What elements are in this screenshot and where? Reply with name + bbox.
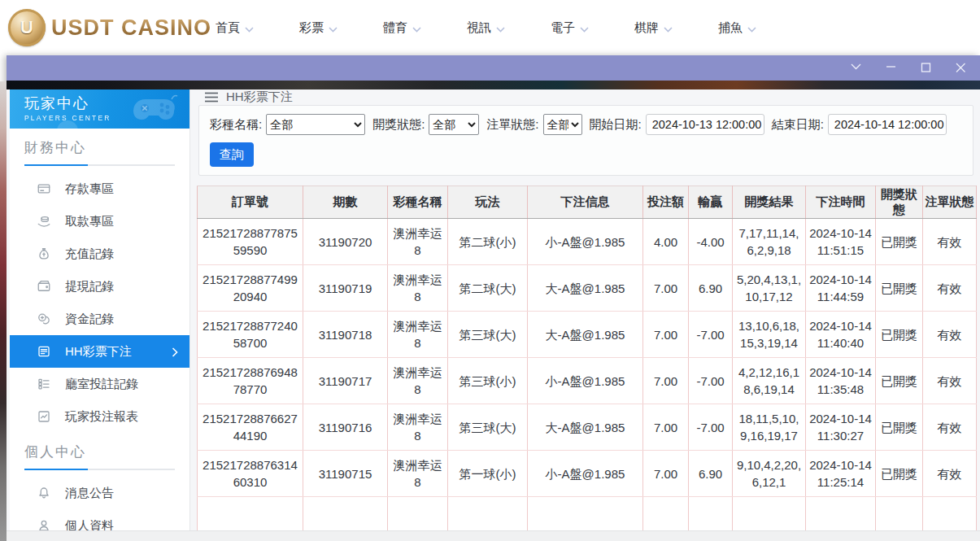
column-header: 彩種名稱 [388, 186, 448, 219]
nav-item-1[interactable]: 彩票 [277, 20, 360, 36]
main-nav: 首頁彩票體育視訊電子棋牌捕魚 [193, 0, 779, 55]
cell: 2024-10-14 11:25:14 [806, 451, 876, 497]
cell [689, 497, 733, 531]
sidebar-item-label: 廳室投註記錄 [65, 377, 138, 392]
nav-item-4[interactable]: 電子 [528, 20, 612, 36]
cell [733, 497, 806, 531]
sidebar-item-0-7[interactable]: 玩家投注報表 [10, 400, 189, 433]
logo-letter: U [20, 17, 33, 38]
page-title: HH彩票下注 [226, 89, 293, 105]
collapse-button[interactable] [849, 62, 862, 75]
cell: 有效 [923, 312, 977, 358]
start-date-input[interactable] [646, 114, 764, 135]
cell: 2152172887749920940 [198, 265, 303, 312]
cell: 有效 [923, 219, 977, 265]
nav-item-2[interactable]: 體育 [360, 20, 444, 36]
sidebar-item-0-1[interactable]: 取款專區 [10, 205, 189, 238]
cell [303, 497, 388, 531]
sidebar-item-0-6[interactable]: 廳室投註記錄 [10, 368, 189, 400]
sidebar-item-label: HH彩票下注 [65, 344, 132, 360]
logo-text: USDT CASINO [51, 15, 211, 41]
cell: 2152172887724058700 [198, 312, 303, 358]
nav-item-0[interactable]: 首頁 [193, 20, 277, 36]
nav-item-3[interactable]: 視訊 [444, 20, 528, 36]
cell: 31190717 [303, 358, 388, 404]
nav-item-label: 彩票 [299, 20, 324, 36]
cell: 澳洲幸运8 [388, 265, 448, 312]
cell [198, 497, 303, 531]
cell [643, 497, 689, 531]
table-row-2: 215217288772405870031190718澳洲幸运8第三球(大)大-… [198, 312, 977, 358]
gamepad-icon [131, 93, 178, 125]
coin-record-icon [37, 312, 51, 326]
lottery-name-select[interactable]: 全部 [266, 114, 365, 135]
table-row-4: 215217288766274419031190716澳洲幸运8第三球(大)大-… [198, 404, 977, 451]
close-button[interactable] [954, 62, 967, 75]
cell: 2024-10-14 11:44:59 [806, 265, 876, 312]
chevron-down-icon [412, 21, 421, 35]
cell: 31190715 [303, 451, 388, 497]
cell: 第三球(小) [448, 358, 528, 404]
chevron-down-icon [245, 21, 254, 35]
horizontal-scrollbar[interactable] [7, 530, 980, 541]
cell: 已開獎 [876, 219, 923, 265]
cell: 7,17,11,14,6,2,9,18 [733, 219, 806, 265]
cell: 澳洲幸运8 [388, 358, 448, 404]
cell: 2152172887662744190 [198, 404, 303, 451]
sidebar-item-label: 取款專區 [65, 214, 114, 229]
column-header: 訂單號 [198, 186, 303, 219]
nav-item-label: 體育 [383, 20, 407, 36]
sidebar-item-0-5[interactable]: HH彩票下注 [10, 335, 189, 368]
cell: 已開獎 [876, 358, 923, 404]
background-photo-strip [0, 81, 7, 541]
nav-item-5[interactable]: 棋牌 [612, 20, 695, 36]
cell: 4,2,12,16,18,6,19,14 [733, 358, 806, 404]
end-date-input[interactable] [828, 114, 947, 135]
sidebar-item-0-2[interactable]: 充值記錄 [10, 238, 189, 270]
draw-status-select[interactable]: 全部 [429, 114, 479, 135]
cell [876, 497, 923, 531]
hand-money-icon [37, 214, 51, 229]
cell: 大-A盤@1.985 [528, 404, 643, 451]
table-header-row: 訂單號期數彩種名稱玩法下注信息投注額輸贏開獎結果下注時間開獎狀態注單狀態 [198, 186, 977, 219]
sidebar-item-1-1[interactable]: 個人資料 [10, 509, 189, 530]
sidebar-item-0-0[interactable]: 存款專區 [10, 172, 189, 205]
cell: 大-A盤@1.985 [528, 265, 643, 312]
draw-status-label: 開獎狀態: [372, 117, 425, 133]
table-row-5: 215217288763146031031190715澳洲幸运8第一球(小)小-… [198, 451, 977, 497]
sidebar-item-0-3[interactable]: 提現記錄 [10, 270, 189, 303]
cell: -7.00 [689, 312, 733, 358]
user-icon [37, 518, 51, 530]
minimize-button[interactable] [884, 62, 897, 75]
player-center-window: 玩家中心 PLAYERS CENTER 財務中心存款專區取款專區充值記錄提現記錄… [7, 55, 980, 541]
cell: 第三球(大) [448, 404, 528, 451]
cell: 小-A盤@1.985 [528, 451, 643, 497]
cell [528, 497, 643, 531]
cell [388, 497, 448, 531]
cell: 澳洲幸运8 [388, 451, 448, 497]
chevron-down-icon [496, 21, 505, 35]
cell: 2152172887631460310 [198, 451, 303, 497]
hamburger-menu-icon[interactable] [205, 92, 218, 103]
lottery-name-label: 彩種名稱: [210, 117, 262, 133]
cell: 小-A盤@1.985 [528, 219, 643, 265]
cell: 第一球(小) [448, 451, 528, 497]
chevron-down-icon [851, 63, 861, 73]
nav-item-label: 首頁 [216, 20, 240, 36]
cell: 澳洲幸运8 [388, 404, 448, 451]
search-button[interactable]: 查詢 [210, 142, 254, 167]
nav-item-6[interactable]: 捕魚 [695, 20, 779, 36]
minus-icon [886, 63, 896, 73]
cell: -7.00 [689, 358, 733, 404]
cell: 大-A盤@1.985 [528, 312, 643, 358]
sidebar-item-1-0[interactable]: 消息公告 [10, 477, 189, 509]
chevron-down-icon [329, 21, 338, 35]
sidebar-item-0-4[interactable]: 資金記錄 [10, 303, 189, 335]
cell: 第二球(大) [448, 265, 528, 312]
content-header: HH彩票下注 [190, 89, 980, 105]
cell: 已開獎 [876, 312, 923, 358]
order-status-select[interactable]: 全部 [543, 114, 582, 135]
maximize-button[interactable] [919, 62, 932, 75]
cell: 13,10,6,18,15,3,19,14 [733, 312, 806, 358]
sidebar: 玩家中心 PLAYERS CENTER 財務中心存款專區取款專區充值記錄提現記錄… [10, 89, 190, 530]
